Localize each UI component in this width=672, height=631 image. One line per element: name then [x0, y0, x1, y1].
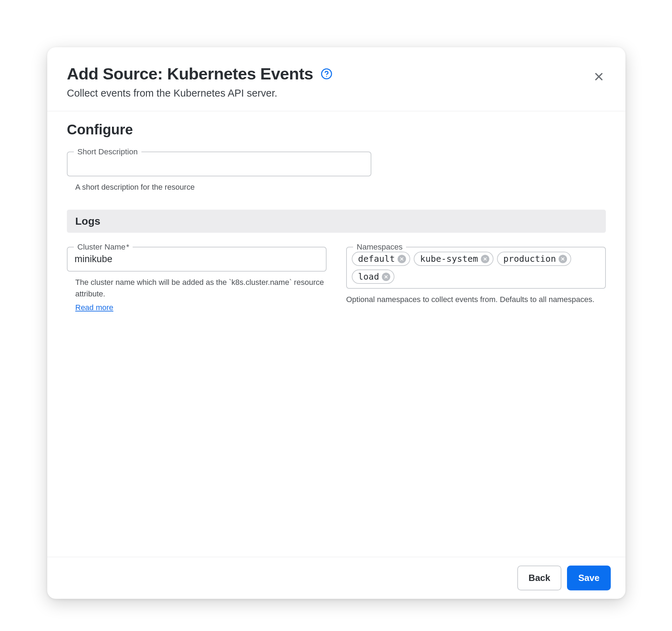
cluster-name-label: Cluster Name* [74, 243, 133, 252]
namespaces-chip-input[interactable]: defaultkube-systemproductionload [347, 247, 605, 288]
cluster-name-help: The cluster name which will be added as … [67, 276, 327, 300]
short-description-field-wrap: Short Description A short description fo… [67, 152, 371, 193]
configure-heading: Configure [67, 122, 606, 138]
short-description-label: Short Description [74, 147, 141, 156]
chip-remove-icon[interactable] [382, 273, 390, 281]
modal-body: Configure Short Description A short desc… [47, 111, 625, 557]
chip-remove-icon[interactable] [481, 255, 489, 263]
logs-fields-row: Cluster Name* The cluster name which wil… [67, 247, 606, 312]
cluster-name-col: Cluster Name* The cluster name which wil… [67, 247, 327, 312]
cluster-name-label-text: Cluster Name [77, 243, 126, 251]
title-row: Add Source: Kubernetes Events [67, 64, 606, 83]
chip-remove-icon[interactable] [398, 255, 406, 263]
save-button[interactable]: Save [567, 566, 611, 590]
namespaces-fieldset: Namespaces defaultkube-systemproductionl… [346, 247, 606, 289]
modal-dialog: Add Source: Kubernetes Events Collect ev… [47, 47, 625, 599]
namespace-chip: production [497, 252, 572, 266]
namespaces-label: Namespaces [353, 243, 406, 252]
namespaces-help: Optional namespaces to collect events fr… [346, 294, 606, 305]
namespace-chip-label: default [358, 254, 395, 264]
namespace-chip-label: kube-system [420, 254, 478, 264]
namespace-chip: load [352, 269, 394, 284]
required-star: * [126, 243, 130, 251]
namespace-chip: kube-system [414, 252, 493, 266]
namespace-chip: default [352, 252, 410, 266]
short-description-fieldset: Short Description [67, 152, 371, 176]
help-icon[interactable] [320, 68, 333, 80]
namespaces-col: Namespaces defaultkube-systemproductionl… [346, 247, 606, 312]
close-icon[interactable] [592, 70, 606, 84]
chip-remove-icon[interactable] [559, 255, 567, 263]
namespaces-text-input[interactable] [398, 269, 600, 284]
cluster-name-fieldset: Cluster Name* [67, 247, 327, 272]
modal-title: Add Source: Kubernetes Events [67, 64, 313, 83]
cluster-name-read-more-link[interactable]: Read more [67, 303, 113, 312]
short-description-help: A short description for the resource [67, 181, 371, 193]
modal-footer: Back Save [47, 557, 625, 599]
modal-header: Add Source: Kubernetes Events Collect ev… [47, 47, 625, 111]
namespace-chip-label: production [503, 254, 556, 264]
namespace-chip-label: load [358, 272, 379, 282]
modal-subtitle: Collect events from the Kubernetes API s… [67, 87, 606, 99]
logs-section-heading: Logs [67, 210, 606, 233]
back-button[interactable]: Back [517, 566, 561, 590]
